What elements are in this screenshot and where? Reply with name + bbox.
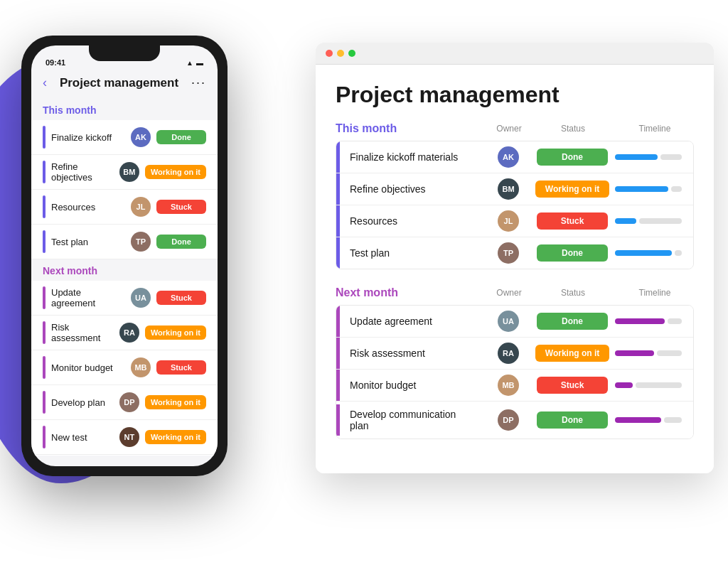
desktop-section-label: This month: [336, 122, 397, 135]
desktop-avatar: UA: [487, 311, 530, 332]
desktop-task-row[interactable]: Monitor budgetMBStuck: [336, 370, 693, 402]
desktop-task-name: Develop communication plan: [340, 402, 487, 438]
desktop-status: Stuck: [530, 212, 615, 230]
phone-task-row[interactable]: Monitor budgetMBStuck: [31, 350, 218, 385]
phone-task-row[interactable]: Risk assessmentRAWorking on it: [31, 316, 218, 350]
phone-status-badge: Stuck: [156, 360, 206, 375]
browser-minimize-dot: [337, 50, 344, 57]
avatar-circle: NT: [119, 427, 139, 447]
avatar-circle: JL: [131, 197, 151, 217]
phone-avatar: AK: [131, 127, 151, 147]
desktop-section: Next monthOwnerStatusTimelineUpdate agre…: [336, 286, 694, 439]
phone-row-indicator: [43, 391, 46, 414]
desktop-avatar: RA: [487, 343, 530, 364]
avatar-circle: AK: [131, 127, 151, 147]
desktop-avatar-circle: BM: [498, 178, 519, 200]
phone-header: ‹ Project management ···: [31, 70, 218, 99]
desktop-col-header-col_status: Status: [530, 288, 616, 298]
avatar-circle: DP: [119, 392, 139, 412]
desktop-section-header: Next monthOwnerStatusTimeline: [336, 286, 694, 299]
phone-task-row[interactable]: ResourcesJLStuck: [31, 190, 218, 225]
avatar-circle: TP: [131, 232, 151, 252]
avatar-circle: UA: [131, 288, 151, 308]
phone-status-badge: Stuck: [156, 200, 206, 214]
desktop-avatar: BM: [487, 178, 530, 200]
desktop-task-name: Update agreement: [340, 308, 487, 334]
phone-avatar: UA: [131, 288, 151, 308]
phone-task-name: Update agreement: [51, 287, 125, 308]
desktop-status-badge: Done: [537, 313, 608, 330]
desktop-task-row[interactable]: Test planTPDone: [336, 237, 693, 269]
phone-task-name: Resources: [51, 202, 125, 212]
desktop-sections: This monthOwnerStatusTimelineFinalize ki…: [336, 122, 694, 439]
desktop-status: Done: [530, 313, 615, 330]
phone-status-badge: Working on it: [145, 395, 206, 409]
desktop-status-badge: Working on it: [535, 345, 609, 362]
browser-window: Project management This monthOwnerStatus…: [316, 43, 714, 473]
phone-row-indicator: [43, 161, 46, 183]
phone-row-indicator: [43, 230, 46, 253]
desktop-task-row[interactable]: Refine objectivesBMWorking on it: [336, 173, 693, 205]
desktop-task-row[interactable]: Finalize kickoff materialsAKDone: [336, 141, 693, 173]
phone-menu-button[interactable]: ···: [191, 75, 206, 90]
phone-avatar: DP: [119, 392, 139, 412]
desktop-status: Working on it: [530, 345, 615, 362]
timeline-fill-bar: [615, 417, 661, 423]
desktop-task-row[interactable]: Risk assessmentRAWorking on it: [336, 338, 693, 370]
timeline-fill-bar: [615, 382, 633, 388]
avatar-circle: RA: [119, 323, 139, 343]
desktop-timeline: [615, 250, 693, 256]
desktop-avatar: DP: [487, 409, 530, 431]
avatar-circle: MB: [131, 357, 151, 377]
phone-task-row[interactable]: New testNTWorking on it: [31, 420, 218, 455]
desktop-task-row[interactable]: ResourcesJLStuck: [336, 205, 693, 237]
desktop-table: Finalize kickoff materialsAKDoneRefine o…: [336, 141, 694, 269]
desktop-status-badge: Stuck: [537, 377, 608, 394]
phone-avatar: BM: [119, 162, 139, 182]
browser-frame: Project management This monthOwnerStatus…: [316, 43, 714, 473]
desktop-col-header-col_owner: Owner: [488, 288, 530, 298]
desktop-avatar-circle: DP: [498, 409, 519, 431]
timeline-fill-bar: [615, 218, 636, 224]
phone-time: 09:41: [46, 58, 65, 67]
desktop-timeline: [615, 154, 693, 160]
phone-status-badge: Stuck: [156, 291, 206, 305]
phone-task-row[interactable]: Develop planDPWorking on it: [31, 385, 218, 420]
desktop-timeline: [615, 186, 693, 192]
desktop-avatar: TP: [487, 242, 530, 264]
desktop-avatar: AK: [487, 146, 530, 168]
back-button[interactable]: ‹: [43, 75, 47, 90]
phone-row-indicator: [43, 426, 46, 448]
timeline-remaining-bar: [660, 154, 682, 160]
desktop-avatar: JL: [487, 210, 530, 232]
desktop-avatar-circle: JL: [498, 210, 519, 232]
phone-task-row[interactable]: Test planTPDone: [31, 225, 218, 259]
phone-device: 09:41 ▲ ▬ ‹ Project management ··· This …: [21, 36, 228, 476]
browser-close-dot: [326, 50, 333, 57]
desktop-col-header-col_status: Status: [530, 124, 616, 134]
desktop-avatar-circle: TP: [498, 242, 519, 264]
phone-avatar: RA: [119, 323, 139, 343]
battery-icon: ▬: [196, 59, 203, 67]
desktop-status: Done: [530, 411, 615, 429]
desktop-task-row[interactable]: Update agreementUADone: [336, 306, 693, 338]
desktop-col-header-col_timeline: Timeline: [616, 124, 694, 134]
avatar-circle: BM: [119, 162, 139, 182]
phone-task-row[interactable]: Kickoff budgetKBDone: [31, 455, 218, 456]
browser-content: Project management This monthOwnerStatus…: [316, 65, 714, 473]
desktop-status: Working on it: [530, 181, 615, 198]
desktop-task-name: Resources: [340, 208, 487, 234]
desktop-section-label: Next month: [336, 286, 398, 299]
phone-row-indicator: [43, 286, 46, 309]
desktop-task-row[interactable]: Develop communication planDPDone: [336, 402, 693, 438]
wifi-icon: ▲: [186, 59, 193, 67]
phone-status-badge: Done: [156, 130, 206, 144]
phone-task-row[interactable]: Refine objectivesBMWorking on it: [31, 155, 218, 190]
phone-task-name: New test: [51, 432, 114, 443]
phone-task-row[interactable]: Update agreementUAStuck: [31, 281, 218, 316]
desktop-timeline: [615, 382, 693, 388]
phone-row-indicator: [43, 195, 46, 218]
timeline-remaining-bar: [639, 218, 682, 224]
phone-row-indicator: [43, 356, 46, 379]
phone-task-row[interactable]: Finalize kickoffAKDone: [31, 120, 218, 155]
